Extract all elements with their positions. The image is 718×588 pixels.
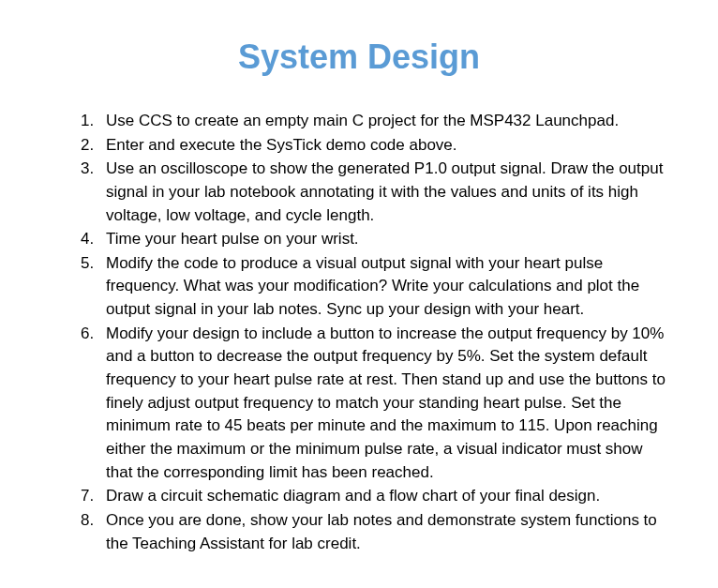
list-item: Modify the code to produce a visual outp…	[98, 252, 671, 322]
list-item: Enter and execute the SysTick demo code …	[98, 134, 671, 158]
document-title: System Design	[47, 38, 671, 77]
list-item: Once you are done, show your lab notes a…	[98, 509, 671, 555]
instruction-list: Use CCS to create an empty main C projec…	[47, 110, 671, 555]
list-item: Modify your design to include a button t…	[98, 323, 671, 484]
list-item: Draw a circuit schematic diagram and a f…	[98, 485, 671, 508]
list-item: Use CCS to create an empty main C projec…	[98, 110, 671, 133]
list-item: Use an oscilloscope to show the generate…	[98, 158, 671, 227]
list-item: Time your heart pulse on your wrist.	[98, 228, 671, 251]
